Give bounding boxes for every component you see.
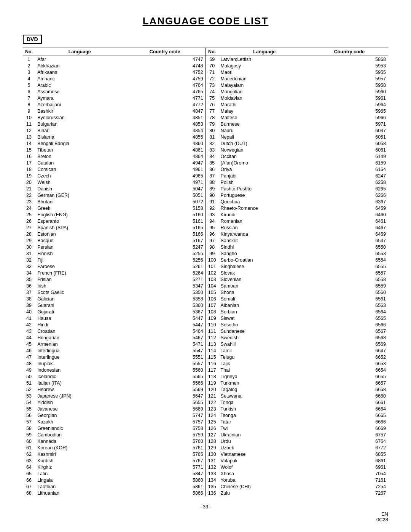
table-row: 109Siswat6565 — [206, 315, 388, 321]
table-row: 127Ukrainian6757 — [206, 431, 388, 438]
left-col-no: No. — [23, 48, 35, 56]
table-row: 110Sesotho6566 — [206, 321, 388, 328]
table-row: 72Macedonian5957 — [206, 75, 388, 82]
table-row: 21Danish5047 — [23, 185, 206, 192]
table-row: 33Faroese5261 — [23, 263, 206, 270]
table-row: 48Inupiak5557 — [23, 360, 206, 367]
table-row: 22German (GER)5051 — [23, 192, 206, 198]
table-row: 85(Afan)Oromo6159 — [206, 160, 388, 166]
table-row: 10Byelorussian4851 — [23, 114, 206, 121]
table-row: 114Tamil6647 — [206, 347, 388, 354]
table-row: 49Indonesian5560 — [23, 367, 206, 373]
table-row: 115Telugu6652 — [206, 354, 388, 360]
table-row: 68Lithuanian5866 — [23, 490, 206, 496]
table-row: 61Korean (KOR)5761 — [23, 444, 206, 451]
table-row: 8Azerbaijani4772 — [23, 101, 206, 108]
table-row: 124Tsonga6665 — [206, 412, 388, 419]
left-col-language: Language — [35, 48, 124, 56]
table-row: 123Turkish6664 — [206, 406, 388, 412]
table-row: 62Kashmiri5765 — [23, 451, 206, 457]
table-row: 3Afrikaans4752 — [23, 69, 206, 75]
table-row: 103Slovenian6558 — [206, 276, 388, 283]
table-row: 45Armenian5471 — [23, 341, 206, 347]
table-row: 37Scots Gaelic5350 — [23, 289, 206, 296]
table-row: 12Bihari4854 — [23, 127, 206, 134]
table-row: 74Mongolian5960 — [206, 88, 388, 95]
right-table: No. Language Country code 69Latvian;Lett… — [206, 48, 388, 496]
table-row: 24Greek5158 — [23, 205, 206, 211]
right-col-language: Language — [218, 48, 311, 56]
table-row: 107Albanian6563 — [206, 302, 388, 308]
table-row: 108Serbian6564 — [206, 308, 388, 315]
right-col-no: No. — [206, 48, 218, 56]
table-row: 9Bashkir4847 — [23, 108, 206, 114]
table-row: 73Malayalam5958 — [206, 82, 388, 88]
table-row: 23Bhutani5072 — [23, 198, 206, 205]
page-number: - 33 - — [23, 504, 388, 510]
table-row: 94Romanian6461 — [206, 218, 388, 224]
table-row: 101Singhalese6555 — [206, 263, 388, 270]
table-row: 112Swedish6568 — [206, 334, 388, 341]
table-row: 80Nauru6047 — [206, 127, 388, 134]
left-col-code: Country code — [124, 48, 205, 56]
table-row: 97Sanskrit6547 — [206, 237, 388, 244]
table-row: 105Shona6560 — [206, 289, 388, 296]
table-row: 132Wolof6961 — [206, 464, 388, 470]
table-row: 133Xhosa7054 — [206, 470, 388, 477]
table-row: 96Kinyarwanda6469 — [206, 231, 388, 237]
table-row: 43Croatian5464 — [23, 328, 206, 334]
table-row: 11Bulgarian4853 — [23, 121, 206, 127]
table-row: 19Czech4965 — [23, 173, 206, 179]
table-row: 42Hindi5447 — [23, 321, 206, 328]
table-row: 113Swahili6569 — [206, 341, 388, 347]
page-title: LANGUAGE CODE LIST — [23, 15, 388, 27]
table-row: 69Latvian;Lettish5868 — [206, 56, 388, 63]
table-row: 63Kurdish5767 — [23, 457, 206, 464]
table-row: 64Kirghiz5771 — [23, 464, 206, 470]
table-row: 120Tagalog6658 — [206, 386, 388, 393]
table-row: 47Interlingue5551 — [23, 354, 206, 360]
table-row: 38Galician5358 — [23, 296, 206, 302]
table-row: 1Afar4747 — [23, 56, 206, 63]
left-table: No. Language Country code 1Afar47472Abkh… — [23, 48, 206, 496]
table-row: 46Interlingua5547 — [23, 347, 206, 354]
language-table-container: No. Language Country code 1Afar47472Abkh… — [23, 48, 388, 496]
table-row: 81Nepali6051 — [206, 134, 388, 140]
table-row: 128Urdu6764 — [206, 438, 388, 444]
table-row: 36Irish5347 — [23, 283, 206, 289]
table-row: 71Maori5955 — [206, 69, 388, 75]
dvd-label: DVD — [23, 35, 42, 44]
table-row: 66Lingala5860 — [23, 477, 206, 483]
table-row: 79Burmese5971 — [206, 121, 388, 127]
table-row: 41Hausa5447 — [23, 315, 206, 321]
table-row: 13Bislama4855 — [23, 134, 206, 140]
table-row: 2Abkhazian4748 — [23, 62, 206, 69]
table-row: 59Cambodian5759 — [23, 431, 206, 438]
table-row: 35Frisian5271 — [23, 276, 206, 283]
table-row: 34French (FRE)5264 — [23, 270, 206, 276]
table-row: 134Yoruba7161 — [206, 477, 388, 483]
table-row: 135Chinese (CHI)7254 — [206, 483, 388, 490]
table-row: 39Guarani5360 — [23, 302, 206, 308]
code-label: 0C28 — [376, 517, 388, 522]
table-row: 87Panjabi6247 — [206, 173, 388, 179]
table-row: 5Arabic4764 — [23, 82, 206, 88]
table-row: 18Corsican4961 — [23, 166, 206, 173]
table-row: 60Kannada5760 — [23, 438, 206, 444]
table-row: 130Vietnamese6855 — [206, 451, 388, 457]
table-row: 57Kazakh5757 — [23, 419, 206, 425]
table-row: 95Russian6467 — [206, 224, 388, 231]
table-row: 28Estonian5166 — [23, 231, 206, 237]
table-row: 70Malagasy5953 — [206, 62, 388, 69]
table-row: 98Sindhi6550 — [206, 244, 388, 250]
right-col-code: Country code — [311, 48, 388, 56]
table-row: 75Moldavian5961 — [206, 95, 388, 101]
table-row: 91Quechua6367 — [206, 198, 388, 205]
table-row: 129Uzbek6772 — [206, 444, 388, 451]
table-row: 32Fiji5256 — [23, 257, 206, 263]
table-row: 122Tonga6661 — [206, 399, 388, 406]
table-row: 84Occitan6149 — [206, 153, 388, 160]
table-row: 106Somali6561 — [206, 296, 388, 302]
table-row: 44Hungarian5467 — [23, 334, 206, 341]
table-row: 15Tibetan4861 — [23, 147, 206, 153]
